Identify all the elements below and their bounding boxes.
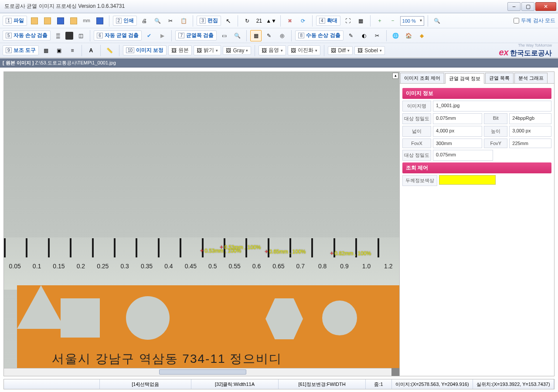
damage-icon-3[interactable]: ◫: [75, 30, 86, 41]
save-icon[interactable]: [55, 15, 66, 27]
magnify-icon[interactable]: 🔍: [432, 15, 443, 27]
gray-button[interactable]: 🖼 Gray: [223, 46, 251, 55]
zoom-in-icon[interactable]: ＋: [374, 15, 385, 27]
brightness-button[interactable]: 🖼 밝기: [194, 45, 221, 55]
tool-icon-3[interactable]: ▦: [250, 30, 262, 41]
ex-logo-icon: ex: [499, 47, 508, 57]
binarize-button[interactable]: 🖼 이진화: [288, 45, 320, 55]
original-button[interactable]: 🖼 원본: [168, 45, 192, 55]
crack-width-menu[interactable]: 7균열폭 검출: [175, 30, 217, 41]
measurement-annotation[interactable]: +0.82mm , 100%: [330, 250, 371, 257]
settings-icon[interactable]: ✂: [165, 15, 176, 27]
manual-icon-2[interactable]: ◐: [358, 30, 370, 41]
sobel-button[interactable]: 🖼 Sobel: [354, 46, 385, 55]
ruler-label: 1.0: [355, 263, 377, 270]
status-selection: [14]선택없음: [100, 379, 191, 389]
rotate-spin-icon[interactable]: ▲▼: [265, 15, 277, 27]
export-icon[interactable]: [68, 15, 79, 27]
manual-icon-1[interactable]: ✎: [345, 30, 357, 41]
grid-icon[interactable]: ▦: [355, 15, 367, 27]
delete-icon[interactable]: ✖: [284, 15, 296, 27]
damage-icon-2[interactable]: [65, 32, 73, 40]
close-button[interactable]: ✕: [535, 2, 556, 11]
file-menu[interactable]: 1파일: [3, 16, 27, 26]
tool-icon-5[interactable]: ◎: [276, 30, 288, 41]
panel-body: 이미지 정보 이미지명1_0001.jpg 대상 정밀도0.075mm Bit2…: [400, 84, 554, 190]
fit-icon[interactable]: ⛶: [342, 15, 354, 27]
status-bar: [14]선택없음 [32]클릭:Width11A [61]정보변경:FWIDTH…: [3, 379, 555, 389]
help-icon[interactable]: ◆: [416, 30, 428, 41]
ruler-label: 0.15: [48, 263, 70, 270]
zoom-combo[interactable]: 100 %: [400, 16, 424, 26]
globe-icon[interactable]: 🌐: [390, 30, 401, 41]
play-icon[interactable]: ▶: [157, 30, 168, 41]
print-menu[interactable]: 2인쇄: [113, 16, 137, 26]
damage-icon-1[interactable]: ▒: [52, 30, 64, 41]
crosshair-icon: +: [265, 248, 268, 255]
list-icon[interactable]: 📋: [178, 15, 189, 27]
status-info: [61]정보변경:FWIDTH: [279, 379, 366, 389]
tool-icon-4[interactable]: ✎: [263, 30, 275, 41]
concrete-image: 0.050.10.150.20.250.30.350.40.450.50.550…: [4, 72, 399, 368]
home-icon[interactable]: 🏠: [403, 30, 415, 41]
image-correction-menu[interactable]: 10이미지 보정: [123, 45, 167, 55]
fovx-value: 300mm: [433, 139, 482, 148]
new-icon[interactable]: [29, 15, 40, 27]
side-tab[interactable]: 분석 그래프: [514, 73, 548, 83]
side-tabs: 이미지 조회 제어균열 검색 정보균열 목록분석 그래프: [400, 72, 554, 84]
scrollbar-thumb[interactable]: [159, 369, 246, 375]
manual-damage-menu[interactable]: 8수동 손상 검출: [295, 30, 343, 41]
aux-icon-3[interactable]: ≡: [67, 45, 78, 56]
aux-tools-menu[interactable]: 9보조 도구: [3, 45, 39, 55]
toolbar-row-3: 9보조 도구 ▦ ▣ ≡ A 📏 10이미지 보정 🖼 원본 🖼 밝기 🖼 Gr…: [0, 43, 558, 57]
collapse-panel-icon[interactable]: ▴: [392, 73, 398, 79]
logo-slogan: The Way ToMorrow: [499, 43, 552, 47]
edit-menu[interactable]: 3편집: [197, 16, 221, 26]
side-tab[interactable]: 균열 목록: [485, 73, 514, 83]
manual-icon-3[interactable]: ✂: [371, 30, 383, 41]
zoom-menu[interactable]: 4확대: [316, 16, 340, 26]
mm-icon[interactable]: mm: [81, 15, 92, 27]
maximize-button[interactable]: ▢: [521, 2, 534, 11]
side-tab[interactable]: 균열 검색 정보: [445, 73, 484, 84]
ruler-label: 0.7: [289, 263, 311, 270]
aux-icon-1[interactable]: ▦: [41, 45, 52, 56]
toolbar-row-2: 5자동 손상 검출 ▒ ◫ 6자동 균열 검출 ✔ ▶ 7균열폭 검출 ▭ 🔍 …: [0, 28, 558, 43]
thickness-color-swatch[interactable]: [439, 175, 496, 185]
print-icon[interactable]: 🖨: [139, 15, 150, 27]
refresh-icon[interactable]: ⟳: [297, 15, 309, 27]
ruler-icon[interactable]: 📏: [104, 45, 116, 56]
open-icon[interactable]: [42, 15, 53, 27]
precision-value: 0.075mm: [433, 113, 482, 124]
zoom-out-icon[interactable]: －: [387, 15, 398, 27]
horizontal-scrollbar[interactable]: [4, 368, 391, 376]
triangle-cutout: [17, 285, 65, 329]
tool-icon-1[interactable]: ▭: [218, 30, 230, 41]
rotate-icon[interactable]: ↻: [242, 15, 253, 27]
measurement-annotation[interactable]: +0.65mm , 100%: [265, 248, 306, 255]
tool-icon-2[interactable]: 🔍: [231, 30, 243, 41]
thick-color-label: 두께정보색상: [402, 175, 437, 186]
diff-button[interactable]: 🖼 Diff: [328, 46, 353, 55]
ruler-label: 0.65: [268, 263, 289, 270]
check-icon[interactable]: ✔: [143, 30, 155, 41]
measurement-annotation[interactable]: +0.53mm , 100%: [220, 243, 261, 250]
disk-icon[interactable]: [94, 15, 105, 27]
auto-damage-menu[interactable]: 5자동 손상 검출: [3, 30, 51, 41]
precision-label: 대상 정밀도: [402, 113, 431, 124]
auto-crack-menu[interactable]: 6자동 균열 검출: [94, 30, 142, 41]
minimize-button[interactable]: –: [507, 2, 521, 11]
ruler-label: 0.8: [311, 263, 333, 270]
thickness-mode-checkbox[interactable]: 두께 검사 모드: [514, 17, 555, 24]
image-name-value: 1_0001.jpg: [433, 101, 551, 112]
side-tab[interactable]: 이미지 조회 제어: [400, 73, 444, 83]
shading-button[interactable]: 🖼 음영: [259, 45, 286, 55]
card-text: 서울시 강남구 역삼동 734-11 정으비디: [52, 351, 282, 367]
aux-icon-2[interactable]: ▣: [54, 45, 65, 56]
text-icon[interactable]: A: [85, 45, 97, 56]
ruler-label: 0.3: [114, 263, 136, 270]
preview-icon[interactable]: 🔍: [152, 15, 163, 27]
pointer-icon[interactable]: ↖: [223, 15, 234, 27]
image-viewer[interactable]: ▴ 0.050.10.150.20.250.30.350.40.450.50.5…: [3, 71, 400, 376]
status-image-coords: 이미지:(X=2578.563, Y=2049.916): [392, 379, 473, 389]
